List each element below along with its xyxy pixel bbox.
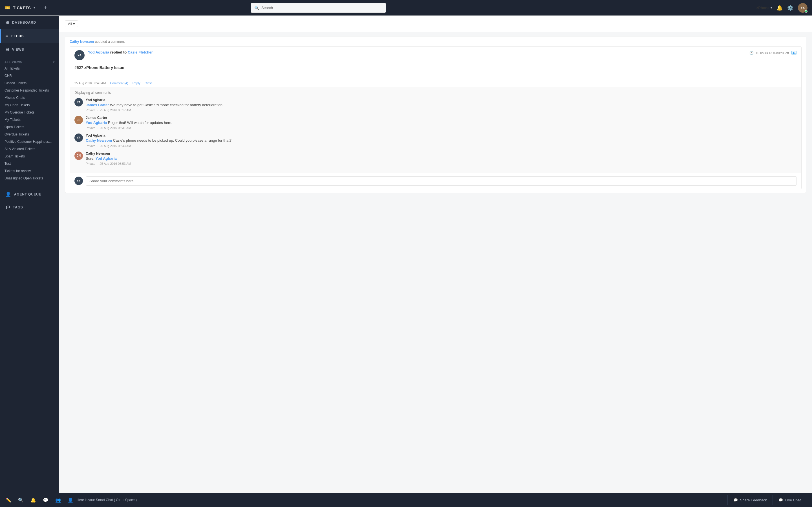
sidebar-link-my-tickets[interactable]: My Tickets [0, 116, 59, 123]
all-views-chevron[interactable]: ▾ [53, 61, 55, 64]
feed-card-title: Yod Agbaria replied to Casie Fletcher [88, 50, 153, 54]
sidebar-link-spam[interactable]: Spam Tickets [0, 153, 59, 160]
live-chat-label: Live Chat [785, 498, 801, 502]
chat-bottom-icon[interactable]: 💬 [43, 497, 49, 503]
feed-to-author[interactable]: Casie Fletcher [128, 50, 153, 54]
sidebar-item-feeds-label: FEEDS [11, 34, 24, 38]
sidebar-link-customer-responded[interactable]: Customer Responded Tickets [0, 87, 59, 94]
user-avatar[interactable]: YA [798, 3, 808, 13]
comment-1-mention[interactable]: James Carter [86, 103, 109, 107]
sidebar-item-tags-label: TAGS [13, 205, 23, 209]
feed-from-author[interactable]: Yod Agbaria [88, 50, 109, 54]
sidebar-item-dashboard-label: DASHBOARD [12, 20, 36, 24]
filter-button[interactable]: All ▾ [65, 20, 78, 27]
all-views-header: ALL VIEWS ▾ [0, 56, 59, 65]
comment-3-text: Cathy Newsom Casie's phone needs to be p… [86, 138, 797, 143]
sidebar-link-positive-happiness[interactable]: Positive Customer Happiness... [0, 138, 59, 145]
sidebar-link-my-overdue-tickets[interactable]: My Overdue Tickets [0, 109, 59, 116]
sidebar: ⊞ DASHBOARD ≡ FEEDS ⊟ VIEWS ALL VIEWS ▾ … [0, 16, 59, 493]
agent-queue-icon: 👤 [5, 191, 11, 197]
compose-icon[interactable]: ✏️ [6, 497, 11, 503]
views-icon: ⊟ [5, 47, 9, 52]
comment-1-author: Yod Agbaria [86, 98, 797, 102]
sidebar-item-views[interactable]: ⊟ VIEWS [0, 43, 59, 56]
sidebar-link-sla-violated[interactable]: SLA Violated Tickets [0, 145, 59, 153]
content-header: All ▾ [59, 16, 812, 32]
search-icon: 🔍 [254, 6, 259, 10]
sidebar-item-feeds[interactable]: ≡ FEEDS [0, 29, 59, 43]
comment-item-2: JC James Carter Yod Agbaria Roger that! … [74, 116, 797, 129]
sidebar-link-overdue-tickets[interactable]: Overdue Tickets [0, 131, 59, 138]
reply-link[interactable]: Reply [133, 81, 140, 85]
feed-time-left: 10 hours 13 minutes left [756, 51, 789, 55]
comment-4-avatar: CN [74, 152, 83, 160]
comment-4-mention[interactable]: Yod Agbaria [96, 156, 117, 161]
comment-item-1: YA Yod Agbaria James Carter We may have … [74, 98, 797, 112]
settings-icon[interactable]: ⚙️ [787, 5, 794, 11]
feed-card-subject[interactable]: #527 zPhone Battery Issue [74, 65, 797, 70]
sidebar-link-tickets-review[interactable]: Tickets for review [0, 167, 59, 175]
comment-3-author: Yod Agbaria [86, 133, 797, 137]
sidebar-link-missed-chats[interactable]: Missed Chats [0, 94, 59, 101]
comment-input-row: YA [70, 173, 801, 189]
feedback-icon: 💬 [733, 498, 738, 502]
close-link[interactable]: Close [145, 81, 153, 85]
team-bottom-icon[interactable]: 👥 [55, 497, 61, 503]
bell-bottom-icon[interactable]: 🔔 [31, 497, 36, 503]
sidebar-link-test[interactable]: Test [0, 160, 59, 167]
comment-4-meta: Private · 25 Aug 2016 03:53 AM [86, 162, 797, 165]
dashboard-icon: ⊞ [5, 20, 9, 25]
sidebar-item-agent-queue[interactable]: 👤 AGENT QUEUE [0, 187, 59, 201]
add-button[interactable]: + [44, 4, 47, 11]
comment-1-meta: Private · 25 Aug 2016 03:17 AM [86, 108, 797, 112]
comment-2-author: James Carter [86, 116, 797, 120]
sidebar-link-all-tickets[interactable]: All Tickets [0, 65, 59, 72]
feed-card-right: 🕐 10 hours 13 minutes left 📧 [749, 50, 797, 55]
live-chat-button[interactable]: 💬 Live Chat [772, 495, 806, 505]
comment-3-avatar: YA [74, 133, 83, 142]
sidebar-links-list: All Tickets CHR Closed Tickets Customer … [0, 65, 59, 182]
sidebar-link-unassigned[interactable]: Unassigned Open Tickets [0, 175, 59, 182]
search-bottom-icon[interactable]: 🔍 [18, 497, 24, 503]
comment-2-meta: Private · 25 Aug 2016 03:31 AM [86, 126, 797, 129]
feed-card-dots: ··· [70, 71, 801, 79]
comment-4-text: Sure, Yod Agbaria [86, 156, 797, 161]
profile-bottom-icon[interactable]: 👤 [68, 497, 73, 503]
sidebar-link-closed-tickets[interactable]: Closed Tickets [0, 79, 59, 87]
feed-card-meta: 25 Aug 2016 03:49 AM . Comment (4) . Rep… [70, 79, 801, 87]
comment-input[interactable] [86, 176, 797, 186]
comment-2-mention[interactable]: Yod Agbaria [86, 121, 107, 125]
live-chat-icon: 💬 [778, 498, 783, 502]
feed-card-header: YA Yod Agbaria replied to Casie Fletcher… [70, 47, 801, 64]
feed-card-date: 25 Aug 2016 03:49 AM [74, 81, 106, 85]
feed-item: Cathy Newsom updated a comment YA Yod Ag… [65, 37, 806, 193]
comment-2-avatar: JC [74, 116, 83, 124]
comment-3-mention[interactable]: Cathy Newsom [86, 138, 112, 143]
brand-label: zPhone [756, 6, 769, 10]
smart-chat-text: Here is your Smart Chat ( Ctrl + Space ) [73, 498, 727, 502]
comment-1-avatar: YA [74, 98, 83, 107]
tickets-label: TICKETS [13, 6, 31, 10]
comment-4-author: Cathy Newsom [86, 152, 797, 156]
brand-selector[interactable]: zPhone ▾ [756, 6, 772, 10]
feed-card-avatar: YA [74, 50, 85, 60]
tickets-icon: 🎫 [4, 5, 10, 10]
sidebar-link-my-open-tickets[interactable]: My Open Tickets [0, 101, 59, 109]
feed-update-author[interactable]: Cathy Newsom [70, 40, 94, 44]
sidebar-link-open-tickets[interactable]: Open Tickets [0, 123, 59, 131]
comment-link[interactable]: Comment (4) [110, 81, 128, 85]
comments-section-title: Displaying all comments [74, 91, 797, 95]
comment-input-avatar: YA [74, 177, 83, 185]
share-feedback-button[interactable]: 💬 Share Feedback [727, 495, 772, 505]
comment-item-3: YA Yod Agbaria Cathy Newsom Casie's phon… [74, 133, 797, 147]
bottom-bar: ✏️ 🔍 🔔 💬 👥 👤 Here is your Smart Chat ( C… [0, 493, 812, 507]
search-input[interactable] [261, 6, 382, 10]
sidebar-item-dashboard[interactable]: ⊞ DASHBOARD [0, 16, 59, 29]
notification-icon[interactable]: 🔔 [776, 5, 783, 11]
feed-item-header: Cathy Newsom updated a comment [65, 37, 806, 47]
sidebar-link-chr[interactable]: CHR [0, 72, 59, 79]
bottom-bar-left: ✏️ 🔍 🔔 💬 👥 👤 [6, 497, 73, 503]
tickets-chevron[interactable]: ▾ [34, 6, 35, 10]
sidebar-item-views-label: VIEWS [12, 48, 24, 52]
sidebar-item-tags[interactable]: 🏷 TAGS [0, 201, 59, 214]
